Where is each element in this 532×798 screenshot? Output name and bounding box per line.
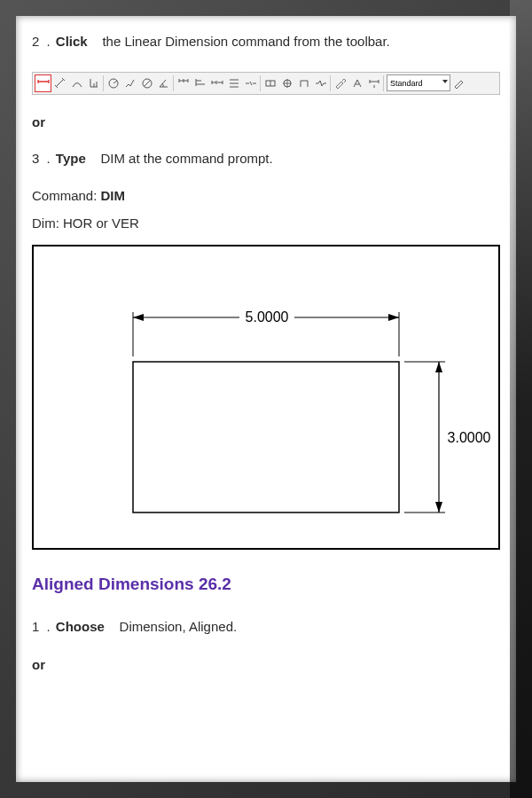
diameter-dimension-icon[interactable]	[138, 74, 155, 92]
svg-marker-13	[435, 502, 442, 512]
step-3-verb: Type	[56, 151, 86, 166]
height-dimension-label: 3.0000	[448, 430, 491, 445]
step-2-number: 2 .	[32, 34, 52, 49]
svg-marker-7	[388, 314, 399, 321]
tablet-frame: 2 . Click the Linear Dimension command f…	[0, 0, 532, 798]
step-3-line: 3 . Type DIM at the command prompt.	[32, 149, 500, 169]
toolbar-separator	[173, 75, 174, 91]
tolerance-icon[interactable]	[262, 74, 278, 92]
aligned-step-1-line: 1 . Choose Dimension, Aligned.	[32, 617, 500, 638]
dimension-text-edit-icon[interactable]	[348, 74, 365, 92]
step-3-rest: DIM at the command prompt.	[100, 151, 272, 166]
step-2-line: 2 . Click the Linear Dimension command f…	[32, 32, 500, 52]
aligned-step-1-rest: Dimension, Aligned.	[120, 619, 238, 634]
jogged-linear-icon[interactable]	[312, 74, 329, 92]
toolbar-separator	[330, 75, 331, 91]
step-2-verb: Click	[56, 34, 88, 49]
width-dimension-label: 5.0000	[246, 309, 289, 325]
radius-dimension-icon[interactable]	[105, 74, 121, 92]
or-text-2: or	[32, 657, 500, 672]
document-screen: 2 . Click the Linear Dimension command f…	[16, 16, 516, 782]
dimension-style-value: Standard	[390, 79, 423, 88]
toolbar-separator	[383, 75, 384, 91]
center-mark-icon[interactable]	[278, 74, 295, 92]
dim-line: Dim: HOR or VER	[32, 215, 500, 231]
quick-dimension-icon[interactable]	[175, 74, 192, 92]
section-heading: Aligned Dimensions 26.2	[32, 575, 500, 594]
dimension-diagram: 5.0000 3.0000	[32, 245, 500, 550]
angular-dimension-icon[interactable]	[155, 74, 172, 92]
aligned-step-1-verb: Choose	[56, 619, 105, 634]
continue-dimension-icon[interactable]	[208, 74, 225, 92]
aligned-step-1-number: 1 .	[32, 619, 52, 634]
baseline-dimension-icon[interactable]	[192, 74, 208, 92]
command-value: DIM	[101, 188, 126, 203]
dimension-edit-icon[interactable]	[332, 74, 348, 92]
step-3-number: 3 .	[32, 151, 52, 166]
step-2-rest: the Linear Dimension command from the to…	[102, 34, 389, 49]
dimension-style-icon[interactable]	[450, 74, 467, 92]
dimension-update-icon[interactable]	[365, 74, 382, 92]
jogged-radius-icon[interactable]	[121, 74, 138, 92]
dimension-toolbar: Standard	[32, 72, 500, 95]
dimension-style-dropdown[interactable]: Standard	[387, 74, 450, 91]
svg-rect-4	[133, 362, 399, 512]
toolbar-separator	[260, 75, 261, 91]
dimension-break-icon[interactable]	[242, 74, 259, 92]
linear-dimension-icon[interactable]	[35, 74, 51, 92]
toolbar-separator	[103, 75, 104, 91]
command-line: Command: DIM	[32, 188, 500, 203]
ordinate-dimension-icon[interactable]	[85, 74, 102, 92]
command-prefix: Command:	[32, 188, 101, 203]
arc-length-icon[interactable]	[68, 74, 85, 92]
dimension-space-icon[interactable]	[225, 74, 242, 92]
aligned-dimension-icon[interactable]	[51, 74, 68, 92]
inspection-icon[interactable]	[295, 74, 312, 92]
or-text-1: or	[32, 114, 500, 129]
svg-marker-6	[133, 314, 144, 321]
svg-marker-12	[435, 362, 442, 372]
